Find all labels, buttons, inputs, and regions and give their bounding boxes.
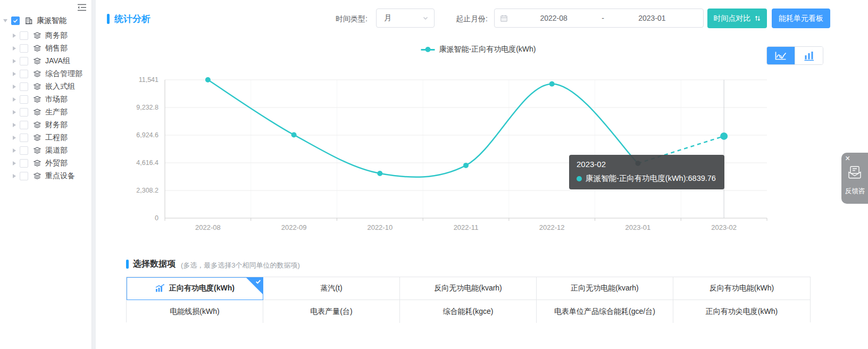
tree-node[interactable]: 渠道部 <box>0 145 91 156</box>
org-tree: 康派智能 商务部销售部JAVA组综合管理部嵌入式组市场部生产部财务部工程部渠道部… <box>0 14 91 183</box>
time-type-select[interactable]: 月 <box>376 9 435 28</box>
check-icon <box>13 18 18 23</box>
bar-chart-rise-icon <box>155 284 165 293</box>
caret-right-icon[interactable] <box>13 72 16 76</box>
section-accent-bar <box>126 260 129 269</box>
caret-right-icon[interactable] <box>13 34 16 38</box>
caret-right-icon[interactable] <box>13 123 16 127</box>
svg-text:2022-11: 2022-11 <box>454 223 479 231</box>
tree-node[interactable]: 外贸部 <box>0 157 91 169</box>
page-title: 统计分析 <box>114 13 151 25</box>
close-icon[interactable]: × <box>845 154 850 163</box>
layers-icon <box>33 159 41 168</box>
feedback-label: 反馈咨 <box>845 187 868 196</box>
tree-node-checkbox[interactable] <box>20 70 28 78</box>
data-item-label: 电能线损(kWh) <box>170 307 219 317</box>
caret-right-icon[interactable] <box>13 97 16 102</box>
data-item-cell[interactable]: 正向无功电能(kvarh) <box>537 277 673 300</box>
sidebar: 康派智能 商务部销售部JAVA组综合管理部嵌入式组市场部生产部财务部工程部渠道部… <box>0 0 92 349</box>
tree-node[interactable]: 市场部 <box>0 94 91 105</box>
data-item-cell[interactable]: 综合能耗(kgce) <box>400 300 537 323</box>
data-item-cell[interactable]: 蒸汽(t) <box>263 277 400 300</box>
caret-right-icon[interactable] <box>13 110 16 114</box>
time-compare-label: 时间点对比 <box>714 14 751 23</box>
layers-icon <box>33 108 41 117</box>
svg-text:6,924.6: 6,924.6 <box>136 131 158 139</box>
energy-board-button[interactable]: 能耗单元看板 <box>772 9 830 28</box>
tree-node-checkbox[interactable] <box>20 108 28 117</box>
svg-text:2022-08: 2022-08 <box>195 223 221 231</box>
caret-right-icon[interactable] <box>13 174 16 178</box>
data-item-cell[interactable]: 电表产量(台) <box>263 300 400 323</box>
data-item-cell[interactable]: 正向有功电度(kWh) <box>127 277 263 300</box>
tree-node-checkbox[interactable] <box>20 95 28 104</box>
tree-node-checkbox[interactable] <box>20 57 28 65</box>
layers-icon <box>33 70 41 78</box>
data-item-cell[interactable]: 正向有功尖电度(kWh) <box>673 300 810 323</box>
caret-down-icon[interactable] <box>3 19 7 22</box>
tree-node[interactable]: 工程部 <box>0 132 91 144</box>
tree-node[interactable]: 销售部 <box>0 43 91 54</box>
tree-node[interactable]: JAVA组 <box>0 55 91 67</box>
tree-node[interactable]: 综合管理部 <box>0 68 91 80</box>
caret-right-icon[interactable] <box>13 59 16 63</box>
layers-icon <box>33 57 41 65</box>
svg-text:2022-12: 2022-12 <box>539 223 565 231</box>
tree-node-checkbox[interactable] <box>20 82 28 91</box>
data-item-cell[interactable]: 反向有功电能(kWh) <box>673 277 810 300</box>
tree-node-checkbox[interactable] <box>20 44 28 53</box>
tree-node-checkbox[interactable] <box>20 172 28 180</box>
date-range-label: 起止月份: <box>456 14 488 24</box>
caret-right-icon[interactable] <box>13 148 16 153</box>
layers-icon <box>33 82 41 91</box>
chevron-down-icon <box>422 15 429 21</box>
svg-text:2022-10: 2022-10 <box>367 223 393 231</box>
org-root-checkbox[interactable] <box>11 16 20 25</box>
time-type-value: 月 <box>384 13 422 23</box>
menu-fold-icon[interactable] <box>77 3 87 12</box>
data-item-grid: 正向有功电度(kWh)蒸汽(t)反向无功电能(kvarh)正向无功电能(kvar… <box>126 277 811 322</box>
svg-text:9,232.8: 9,232.8 <box>136 104 158 111</box>
date-separator: - <box>599 14 606 22</box>
data-item-label: 正向有功尖电度(kWh) <box>706 307 778 317</box>
data-item-cell[interactable]: 电能线损(kWh) <box>127 300 263 323</box>
caret-right-icon[interactable] <box>13 136 16 140</box>
line-chart-plot[interactable]: 02,308.24,616.46,924.69,232.811,5412022-… <box>96 34 868 250</box>
org-tree-root[interactable]: 康派智能 <box>0 14 91 28</box>
feedback-panel[interactable]: × 反馈咨 <box>841 153 868 204</box>
tree-node-checkbox[interactable] <box>20 121 28 129</box>
building-icon <box>24 16 33 25</box>
tree-node-label: 重点设备 <box>45 171 75 181</box>
date-range-input[interactable]: 2022-08 - 2023-01 <box>494 9 704 28</box>
tree-node-checkbox[interactable] <box>20 159 28 168</box>
data-item-label: 正向无功电能(kvarh) <box>571 284 639 293</box>
svg-text:2023-01: 2023-01 <box>625 223 651 231</box>
data-item-label: 反向有功电能(kWh) <box>710 284 774 293</box>
caret-right-icon[interactable] <box>13 85 16 89</box>
tree-node-checkbox[interactable] <box>20 31 28 40</box>
tree-node-checkbox[interactable] <box>20 146 28 155</box>
tree-node[interactable]: 重点设备 <box>0 170 91 182</box>
tree-node-label: 生产部 <box>45 107 68 117</box>
svg-text:4,616.4: 4,616.4 <box>136 159 158 167</box>
tree-node[interactable]: 商务部 <box>0 30 91 41</box>
data-item-label: 电表单位产品综合能耗(gce/台) <box>554 307 655 317</box>
tree-node-checkbox[interactable] <box>20 134 28 142</box>
tree-node[interactable]: 嵌入式组 <box>0 81 91 93</box>
data-items-title: 选择数据项 <box>133 259 176 270</box>
tree-node[interactable]: 财务部 <box>0 119 91 131</box>
tree-node[interactable]: 生产部 <box>0 106 91 118</box>
caret-right-icon[interactable] <box>13 46 16 51</box>
data-item-label: 反向无功电能(kvarh) <box>434 284 502 293</box>
data-items-hint: (多选，最多选择3个相同单位的数据项) <box>181 261 300 270</box>
org-tree-children: 商务部销售部JAVA组综合管理部嵌入式组市场部生产部财务部工程部渠道部外贸部重点… <box>0 30 91 182</box>
data-item-cell[interactable]: 反向无功电能(kvarh) <box>400 277 537 300</box>
data-item-cell[interactable]: 电表单位产品综合能耗(gce/台) <box>537 300 673 323</box>
main-content: 统计分析 时间类型: 月 起止月份: 2022-08 - 2023-01 时间点… <box>96 0 868 349</box>
date-start-value[interactable]: 2022-08 <box>508 14 599 22</box>
tree-node-label: JAVA组 <box>45 56 70 66</box>
time-compare-button[interactable]: 时间点对比 <box>707 9 767 28</box>
layers-icon <box>33 44 41 53</box>
date-end-value[interactable]: 2023-01 <box>606 14 698 22</box>
caret-right-icon[interactable] <box>13 161 16 165</box>
